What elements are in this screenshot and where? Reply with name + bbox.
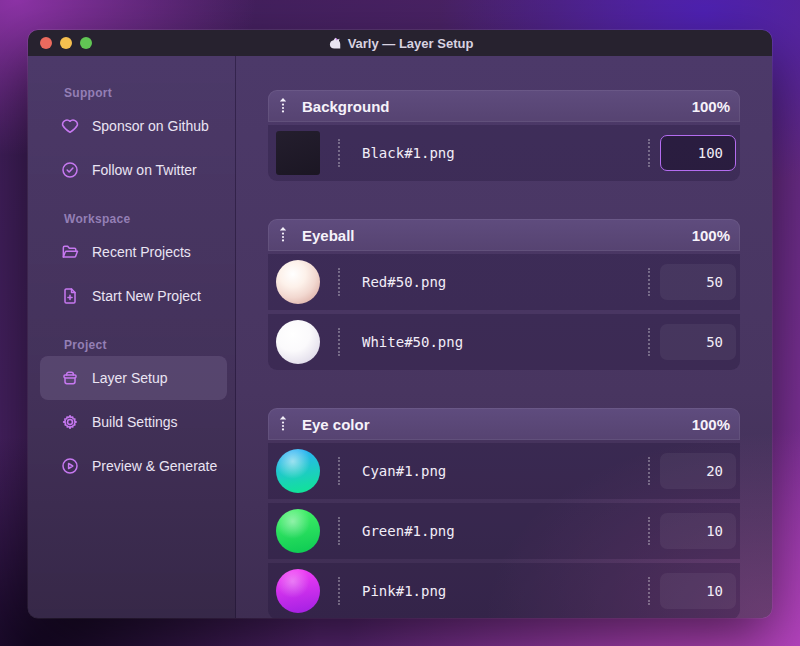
layer-filename: Pink#1.png [362,583,648,599]
divider-dotted [648,268,650,296]
sidebar-item-label: Start New Project [92,288,201,304]
layer-group-opacity: 100% [692,98,730,115]
layer-weight-input[interactable] [660,573,736,609]
layer-group-opacity: 100% [692,416,730,433]
app-window: Varly — Layer Setup Support Sponsor on G… [28,30,772,618]
sidebar-section-items: Layer Setup Build Settings Preview & Gen… [28,356,235,488]
sidebar-item-preview-generate[interactable]: Preview & Generate [40,444,227,488]
play-circle-icon [60,456,80,476]
layer-weight-input[interactable] [660,135,736,171]
cyan-ball-thumbnail [276,449,320,493]
sidebar-item-start-new-project[interactable]: Start New Project [40,274,227,318]
unicorn-app-icon [327,36,342,51]
layer-filename: Black#1.png [362,145,648,161]
layer-group-rows: Black#1.png [268,125,740,181]
layer-filename: Cyan#1.png [362,463,648,479]
drag-handle-icon[interactable] [278,415,288,433]
layer-row-white-50-png: White#50.png [268,314,740,370]
layer-row-black-1-png: Black#1.png [268,125,740,181]
layer-weight-input[interactable] [660,513,736,549]
badge-check-icon [60,160,80,180]
sidebar-item-sponsor-on-github[interactable]: Sponsor on Github [40,104,227,148]
divider-dotted [338,577,340,605]
close-button[interactable] [40,37,52,49]
divider-dotted [648,457,650,485]
layer-group-header: Eye color 100% [268,408,740,440]
layer-group-rows: Cyan#1.png Green#1.png Pink#1.png [268,443,740,618]
sidebar-section: Project Layer Setup Build Settings Previ… [28,338,235,488]
title-bar: Varly — Layer Setup [28,30,772,56]
layer-group-rows: Red#50.png White#50.png [268,254,740,370]
divider-dotted [338,268,340,296]
sidebar-section-label: Project [28,338,235,352]
sidebar-sections: Support Sponsor on Github Follow on Twit… [28,86,235,488]
divider-dotted [338,517,340,545]
sidebar-item-follow-on-twitter[interactable]: Follow on Twitter [40,148,227,192]
sidebar-section-label: Workspace [28,212,235,226]
layer-weight-input[interactable] [660,453,736,489]
window-title-area: Varly — Layer Setup [28,30,772,56]
white-ball-thumbnail [276,320,320,364]
sidebar-item-label: Build Settings [92,414,178,430]
red-ball-thumbnail [276,260,320,304]
layer-filename: Green#1.png [362,523,648,539]
divider-dotted [648,139,650,167]
zoom-button[interactable] [80,37,92,49]
layer-group-header: Background 100% [268,90,740,122]
pink-ball-thumbnail [276,569,320,613]
sidebar-item-label: Sponsor on Github [92,118,209,134]
layer-group-eyeball: Eyeball 100% Red#50.png White#50.png [268,219,740,370]
layers-box-icon [60,368,80,388]
layer-row-green-1-png: Green#1.png [268,503,740,559]
layer-group-opacity: 100% [692,227,730,244]
layer-group-title: Eye color [302,416,678,433]
layer-weight-input[interactable] [660,324,736,360]
layer-group-background: Background 100% Black#1.png [268,90,740,181]
sidebar-item-label: Recent Projects [92,244,191,260]
layer-list: Background 100% Black#1.png Eyeball 100% [236,56,772,618]
sidebar: Support Sponsor on Github Follow on Twit… [28,56,236,618]
traffic-lights [28,37,92,49]
window-body: Support Sponsor on Github Follow on Twit… [28,56,772,618]
sidebar-section-label: Support [28,86,235,100]
drag-handle-icon[interactable] [278,226,288,244]
divider-dotted [648,577,650,605]
layer-group-eye-color: Eye color 100% Cyan#1.png Green#1.png Pi… [268,408,740,618]
layer-row-cyan-1-png: Cyan#1.png [268,443,740,499]
green-ball-thumbnail [276,509,320,553]
sidebar-section: Support Sponsor on Github Follow on Twit… [28,86,235,192]
desktop-background: Varly — Layer Setup Support Sponsor on G… [0,0,800,646]
divider-dotted [338,328,340,356]
layer-group-title: Background [302,98,678,115]
divider-dotted [338,457,340,485]
heart-icon [60,116,80,136]
sidebar-section-items: Sponsor on Github Follow on Twitter [28,104,235,192]
drag-handle-icon[interactable] [278,97,288,115]
sidebar-section: Workspace Recent Projects Start New Proj… [28,212,235,318]
layer-filename: Red#50.png [362,274,648,290]
divider-dotted [648,328,650,356]
layer-group-header: Eyeball 100% [268,219,740,251]
layer-filename: White#50.png [362,334,648,350]
layer-group-title: Eyeball [302,227,678,244]
sidebar-item-layer-setup[interactable]: Layer Setup [40,356,227,400]
window-title: Varly — Layer Setup [348,36,474,51]
sidebar-item-label: Layer Setup [92,370,168,386]
black-square-thumbnail [276,131,320,175]
layer-weight-input[interactable] [660,264,736,300]
divider-dotted [338,139,340,167]
gear-icon [60,412,80,432]
layer-row-pink-1-png: Pink#1.png [268,563,740,618]
sidebar-item-label: Preview & Generate [92,458,217,474]
folder-open-icon [60,242,80,262]
layer-row-red-50-png: Red#50.png [268,254,740,310]
divider-dotted [648,517,650,545]
minimize-button[interactable] [60,37,72,49]
sidebar-item-label: Follow on Twitter [92,162,197,178]
sidebar-item-recent-projects[interactable]: Recent Projects [40,230,227,274]
sidebar-item-build-settings[interactable]: Build Settings [40,400,227,444]
file-plus-icon [60,286,80,306]
sidebar-section-items: Recent Projects Start New Project [28,230,235,318]
